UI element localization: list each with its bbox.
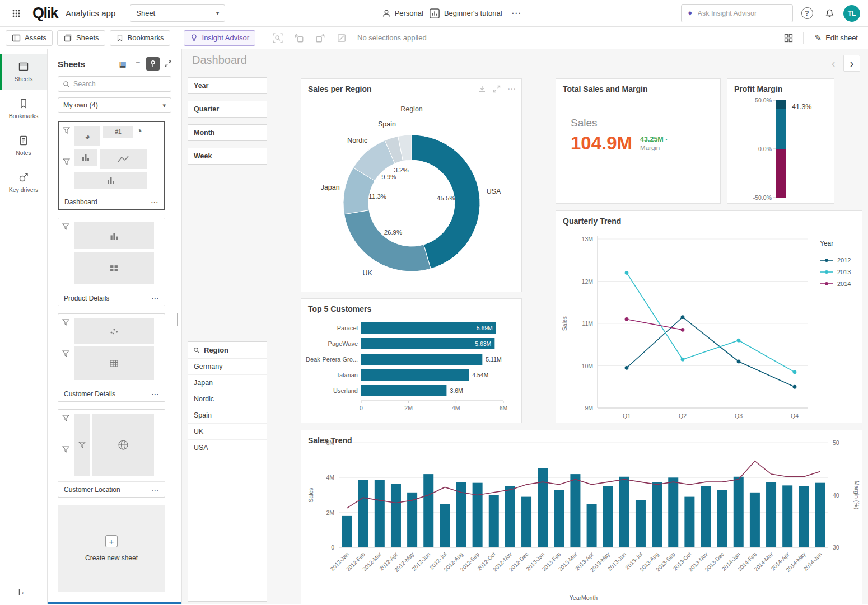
sales-per-region-panel: Sales per Region ⋯ RegionUSA45.5%UK26.9%…: [301, 78, 522, 292]
notes-rail-icon: [18, 135, 29, 146]
svg-text:41.3%: 41.3%: [792, 103, 811, 111]
fullscreen-icon[interactable]: [493, 85, 501, 93]
kpi-secondary-label: Margin: [640, 144, 668, 151]
svg-text:45.5%: 45.5%: [437, 195, 455, 201]
sheet-card-dashboard[interactable]: ◕ #1 ◔: [58, 121, 165, 210]
filter-icon: [63, 158, 70, 165]
sheet-layout-button[interactable]: [781, 31, 796, 45]
top-5-customers-chart[interactable]: 02M4M6MParacel5.69MPageWave5.63MDeak-Per…: [302, 316, 521, 422]
listbox-item-germany[interactable]: Germany: [188, 359, 267, 375]
total-sales-margin-panel[interactable]: Total Sales and Margin Sales 104.9M 43.2…: [556, 78, 721, 204]
filter-week[interactable]: Week: [188, 148, 267, 165]
more-options-button[interactable]: ⋯: [508, 5, 525, 22]
ellipsis-icon[interactable]: ⋯: [507, 85, 516, 93]
step-back-selection-button[interactable]: [291, 31, 307, 45]
svg-text:2M: 2M: [326, 509, 334, 516]
sheet-search-box[interactable]: [58, 76, 171, 92]
rail-item-bookmarks[interactable]: Bookmarks: [0, 91, 47, 126]
listbox-item-usa[interactable]: USA: [188, 440, 267, 456]
svg-text:Nordic: Nordic: [347, 137, 367, 144]
notifications-button[interactable]: [821, 5, 838, 22]
sheet-options-button[interactable]: ⋯: [151, 390, 159, 398]
collapse-panel-button[interactable]: ←: [19, 587, 29, 596]
create-new-sheet-button[interactable]: + Create new sheet: [58, 505, 165, 592]
sheet-type-dropdown[interactable]: Sheet ▾: [130, 4, 225, 22]
sheet-thumbnail: [58, 218, 165, 290]
sales-trend-chart[interactable]: 02M4M6M3040502012-Jan2012-Feb2012-Mar201…: [302, 430, 861, 604]
quarterly-trend-chart[interactable]: 9M10M11M12M13MQ1Q2Q3Q4SalesYear201220132…: [557, 228, 861, 422]
svg-text:40: 40: [833, 492, 839, 499]
rail-item-sheets[interactable]: Sheets: [0, 54, 47, 90]
sheet-card-footer: Dashboard ⋯: [59, 194, 164, 209]
collection-filter-dropdown[interactable]: My own (4) ▾: [58, 97, 171, 113]
panel-bottom-accent: [48, 602, 181, 604]
sheet-options-button[interactable]: ⋯: [151, 294, 159, 303]
list-view-button[interactable]: ≡: [131, 57, 144, 71]
ask-insight-advisor-search[interactable]: ✦: [681, 4, 793, 22]
sheet-card-footer: Product Details ⋯: [58, 290, 165, 306]
svg-text:13M: 13M: [582, 236, 593, 242]
rail-item-key-drivers[interactable]: Key drivers: [0, 165, 47, 200]
svg-text:0.0%: 0.0%: [758, 146, 772, 152]
svg-text:50.0%: 50.0%: [755, 97, 772, 104]
filter-year[interactable]: Year: [188, 77, 267, 94]
edit-sheet-button[interactable]: ✎ Edit sheet: [810, 30, 862, 46]
help-button[interactable]: ?: [799, 5, 815, 22]
create-new-sheet-label: Create new sheet: [85, 554, 138, 562]
sheet-options-button[interactable]: ⋯: [151, 485, 159, 494]
sheet-card-customer-location[interactable]: Customer Location ⋯: [58, 409, 165, 498]
pin-panel-button[interactable]: [146, 57, 160, 71]
bookmarks-button[interactable]: Bookmarks: [110, 30, 170, 46]
insight-advisor-input[interactable]: [698, 10, 787, 17]
panel-resize-handle[interactable]: [177, 313, 180, 326]
listbox-item-uk[interactable]: UK: [188, 424, 267, 440]
download-icon[interactable]: [478, 85, 486, 93]
rail-label: Sheets: [15, 76, 33, 82]
rail-item-notes[interactable]: Notes: [0, 128, 47, 163]
listbox-item-japan[interactable]: Japan: [188, 375, 267, 391]
expand-panel-button[interactable]: [161, 57, 175, 71]
chart-title: Total Sales and Margin: [563, 85, 647, 93]
assets-button[interactable]: Assets: [6, 30, 53, 46]
sheets-panel-tools: ▦ ≡: [116, 57, 175, 71]
selection-tools: [270, 31, 349, 45]
user-avatar[interactable]: TL: [843, 5, 860, 22]
sheet-search-input[interactable]: [73, 80, 166, 88]
filter-quarter[interactable]: Quarter: [188, 101, 267, 118]
insight-advisor-button[interactable]: Insight Advisor: [184, 30, 256, 46]
listbox-item-spain[interactable]: Spain: [188, 407, 267, 424]
app-name-menu[interactable]: Beginner's tutorial: [429, 8, 502, 19]
clear-selections-button[interactable]: [334, 31, 349, 45]
svg-text:2014: 2014: [837, 280, 851, 287]
sheets-button[interactable]: Sheets: [57, 30, 105, 46]
profit-margin-gauge[interactable]: 50.0%0.0%-50.0%41.3%: [728, 96, 833, 203]
grid-view-button[interactable]: ▦: [116, 57, 129, 71]
previous-sheet-button[interactable]: ‹: [825, 55, 842, 72]
filter-month[interactable]: Month: [188, 124, 267, 141]
pie-chart-icon: ◕: [85, 132, 90, 140]
listbox-header[interactable]: Region: [188, 342, 267, 359]
lightbulb-icon: [190, 34, 198, 42]
expand-icon: [164, 60, 172, 68]
filter-icon: [62, 319, 69, 326]
step-forward-selection-button[interactable]: [312, 31, 328, 45]
svg-text:30: 30: [833, 544, 839, 551]
personal-space-button[interactable]: Personal: [382, 9, 423, 18]
thumb-body: [74, 222, 161, 286]
rail-label: Key drivers: [9, 186, 39, 193]
listbox-item-nordic[interactable]: Nordic: [188, 391, 267, 407]
sheet-card-customer-details[interactable]: Customer Details ⋯: [58, 313, 165, 402]
svg-text:Year: Year: [820, 240, 833, 247]
search-selections-icon: [273, 33, 283, 43]
smart-search-button[interactable]: [270, 31, 286, 45]
sheet-options-button[interactable]: ⋯: [151, 198, 158, 207]
svg-text:4M: 4M: [452, 405, 460, 411]
next-sheet-button[interactable]: ›: [843, 55, 860, 72]
svg-text:Talarian: Talarian: [336, 372, 358, 378]
sales-per-region-chart[interactable]: RegionUSA45.5%UK26.9%Japan11.3%Nordic9.9…: [302, 96, 521, 291]
app-launcher-button[interactable]: [8, 5, 25, 22]
sheet-card-product-details[interactable]: Product Details ⋯: [58, 218, 165, 306]
sheets-rail-icon: [18, 61, 29, 72]
svg-text:6M: 6M: [500, 405, 508, 411]
collapse-bar: [19, 589, 20, 595]
